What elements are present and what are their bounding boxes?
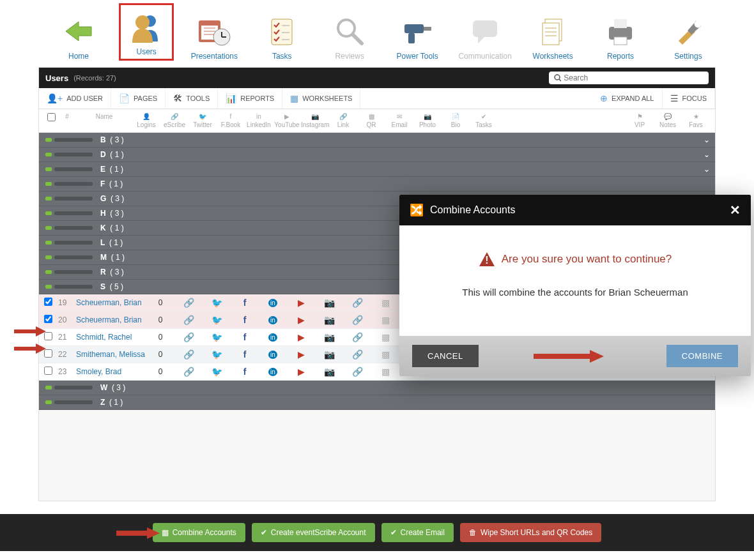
nav-label: Settings xyxy=(661,52,716,61)
group-row[interactable]: E ( 1 )⌄ xyxy=(39,162,715,177)
camera-icon[interactable]: 📷 xyxy=(324,332,335,342)
twitter-icon[interactable]: 🐦 xyxy=(212,367,222,377)
qr-icon[interactable]: ▩ xyxy=(381,298,390,308)
youtube-icon[interactable]: ▶ xyxy=(298,349,305,359)
link-icon[interactable]: 🔗 xyxy=(183,298,194,308)
wipe-urls-button[interactable]: 🗑Wipe Short URLs and QR Codes xyxy=(460,523,601,542)
group-row[interactable]: Z ( 1 ) xyxy=(39,395,715,410)
nav-label: Tasks xyxy=(254,52,309,61)
qr-icon[interactable]: ▩ xyxy=(381,315,390,325)
youtube-icon[interactable]: ▶ xyxy=(298,298,305,308)
col-email: ✉Email xyxy=(385,113,413,128)
row-checkbox[interactable] xyxy=(44,298,52,306)
nav-users[interactable]: Users xyxy=(119,3,174,61)
list-icon: ☰ xyxy=(670,93,679,103)
svg-line-31 xyxy=(559,79,561,81)
twitter-icon[interactable]: 🐦 xyxy=(212,349,222,359)
nav-label: Worksheets xyxy=(525,52,580,61)
modal-combine-button[interactable]: COMBINE xyxy=(666,345,738,367)
nav-settings[interactable]: Settings xyxy=(661,12,716,61)
add-user-button[interactable]: 👤+ADD USER xyxy=(39,88,111,109)
link-icon[interactable]: 🔗 xyxy=(352,367,363,377)
youtube-icon[interactable]: ▶ xyxy=(298,332,305,342)
arrow-annotation xyxy=(14,326,46,337)
search-box[interactable] xyxy=(549,72,709,84)
checklist-icon xyxy=(254,12,309,50)
select-all-checkbox[interactable] xyxy=(47,113,56,121)
group-row[interactable]: B ( 3 )⌄ xyxy=(39,133,715,148)
link-icon[interactable]: 🔗 xyxy=(183,332,194,342)
row-name[interactable]: Smoley, Brad xyxy=(76,367,146,376)
linkedin-icon[interactable]: in xyxy=(268,368,277,376)
row-name[interactable]: Scheuerman, Brian xyxy=(76,315,146,324)
nav-home[interactable]: Home xyxy=(51,12,106,61)
youtube-icon[interactable]: ▶ xyxy=(298,315,305,325)
link-icon[interactable]: 🔗 xyxy=(183,315,194,325)
link-icon[interactable]: 🔗 xyxy=(352,349,363,359)
group-row[interactable]: D ( 1 )⌄ xyxy=(39,148,715,162)
link-icon[interactable]: 🔗 xyxy=(352,298,363,308)
linkedin-icon[interactable]: in xyxy=(268,351,277,359)
row-name[interactable]: Schmidt, Rachel xyxy=(76,333,146,342)
nav-worksheets[interactable]: Worksheets xyxy=(525,12,580,61)
nav-reviews[interactable]: Reviews xyxy=(322,12,377,61)
twitter-icon[interactable]: 🐦 xyxy=(212,332,222,342)
tools-button[interactable]: 🛠TOOLS xyxy=(165,88,218,109)
twitter-icon[interactable]: 🐦 xyxy=(212,315,222,325)
facebook-icon[interactable]: f xyxy=(243,298,247,308)
worksheets-button[interactable]: ▦WORKSHEETS xyxy=(282,88,360,109)
link-icon[interactable]: 🔗 xyxy=(352,315,363,325)
link-icon[interactable]: 🔗 xyxy=(183,349,194,359)
svg-rect-23 xyxy=(542,23,559,45)
link-icon[interactable]: 🔗 xyxy=(183,367,194,377)
row-logins: 0 xyxy=(146,350,174,359)
expand-all-button[interactable]: ⊕EXPAND ALL xyxy=(592,88,662,109)
modal-close-icon[interactable]: ✕ xyxy=(730,202,741,218)
camera-icon[interactable]: 📷 xyxy=(324,349,335,359)
nav-powertools[interactable]: Power Tools xyxy=(390,12,445,61)
search-input[interactable] xyxy=(564,73,704,82)
nav-tasks[interactable]: Tasks xyxy=(254,12,309,61)
create-email-button[interactable]: ✔Create Email xyxy=(381,523,454,542)
nav-reports[interactable]: Reports xyxy=(593,12,648,61)
facebook-icon[interactable]: f xyxy=(243,315,247,325)
camera-icon[interactable]: 📷 xyxy=(324,315,335,325)
home-arrow-icon xyxy=(51,12,106,50)
modal-cancel-button[interactable]: CANCEL xyxy=(412,345,479,367)
pages-button[interactable]: 📄PAGES xyxy=(111,88,165,109)
svg-marker-34 xyxy=(14,344,46,354)
col-photo: 📷Photo xyxy=(413,113,442,128)
qr-icon[interactable]: ▩ xyxy=(381,332,390,342)
reports-button[interactable]: 📊REPORTS xyxy=(218,88,282,109)
facebook-icon[interactable]: f xyxy=(243,367,247,377)
group-row[interactable]: F ( 1 ) xyxy=(39,177,715,192)
linkedin-icon[interactable]: in xyxy=(268,299,277,307)
nav-communication[interactable]: Communication xyxy=(458,12,512,61)
facebook-icon[interactable]: f xyxy=(243,332,247,342)
linkedin-icon[interactable]: in xyxy=(268,333,277,342)
row-checkbox[interactable] xyxy=(44,315,52,323)
row-checkbox[interactable] xyxy=(44,367,52,375)
link-icon[interactable]: 🔗 xyxy=(352,332,363,342)
focus-button[interactable]: ☰FOCUS xyxy=(663,88,716,109)
combine-accounts-button[interactable]: ▦Combine Accounts xyxy=(153,523,245,542)
qr-icon[interactable]: ▩ xyxy=(381,349,390,359)
modal-footer: CANCEL COMBINE xyxy=(399,336,751,376)
svg-rect-20 xyxy=(473,20,497,37)
camera-icon[interactable]: 📷 xyxy=(324,367,335,377)
shuffle-icon: 🔀 xyxy=(410,203,424,217)
facebook-icon[interactable]: f xyxy=(243,349,247,359)
col-youtube: ▶YouTube xyxy=(273,113,301,128)
col-name: Name xyxy=(76,113,132,128)
row-name[interactable]: Smitheman, Melissa xyxy=(76,350,146,359)
twitter-icon[interactable]: 🐦 xyxy=(212,298,222,308)
row-name[interactable]: Scheuerman, Brian xyxy=(76,298,146,307)
camera-icon[interactable]: 📷 xyxy=(324,298,335,308)
linkedin-icon[interactable]: in xyxy=(268,316,277,324)
create-eventscribe-button[interactable]: ✔Create eventScribe Account xyxy=(252,523,375,542)
youtube-icon[interactable]: ▶ xyxy=(298,367,305,377)
qr-icon[interactable]: ▩ xyxy=(381,367,390,377)
group-row[interactable]: W ( 3 ) xyxy=(39,381,715,395)
nav-presentations[interactable]: Presentations xyxy=(187,12,242,61)
row-number: 22 xyxy=(58,350,76,359)
